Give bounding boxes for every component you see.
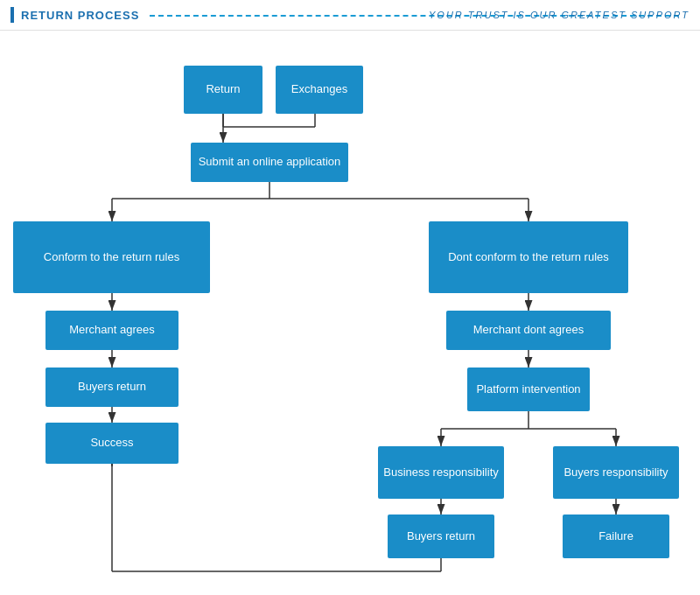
success-box: Success xyxy=(46,423,178,464)
flowchart: Return Exchanges Submit an online applic… xyxy=(0,31,700,591)
page-header: RETURN PROCESS YOUR TRUST IS OUR GREATES… xyxy=(0,0,700,31)
page-title: RETURN PROCESS xyxy=(21,9,139,22)
failure-box: Failure xyxy=(563,514,669,558)
return-box: Return xyxy=(184,66,262,114)
dont-conform-box: Dont conform to the return rules xyxy=(429,221,628,293)
business-responsibility-box: Business responsibility xyxy=(378,446,504,499)
buyers-responsibility-box: Buyers responsibility xyxy=(553,446,679,499)
buyers-return-right-box: Buyers return xyxy=(388,514,494,558)
exchanges-box: Exchanges xyxy=(276,66,363,114)
merchant-dont-agrees-box: Merchant dont agrees xyxy=(446,311,611,350)
conform-box: Conform to the return rules xyxy=(13,221,210,293)
header-accent-bar xyxy=(10,7,14,23)
header-tagline: YOUR TRUST IS OUR GREATEST SUPPORT xyxy=(429,10,690,20)
platform-intervention-box: Platform intervention xyxy=(467,368,590,411)
merchant-agrees-box: Merchant agrees xyxy=(46,311,178,350)
buyers-return-left-box: Buyers return xyxy=(46,368,178,407)
submit-box: Submit an online application xyxy=(191,143,348,182)
